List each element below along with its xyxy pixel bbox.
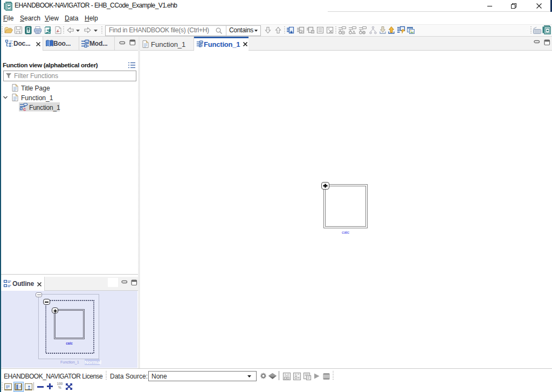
svg-text:c: c: [23, 106, 26, 111]
